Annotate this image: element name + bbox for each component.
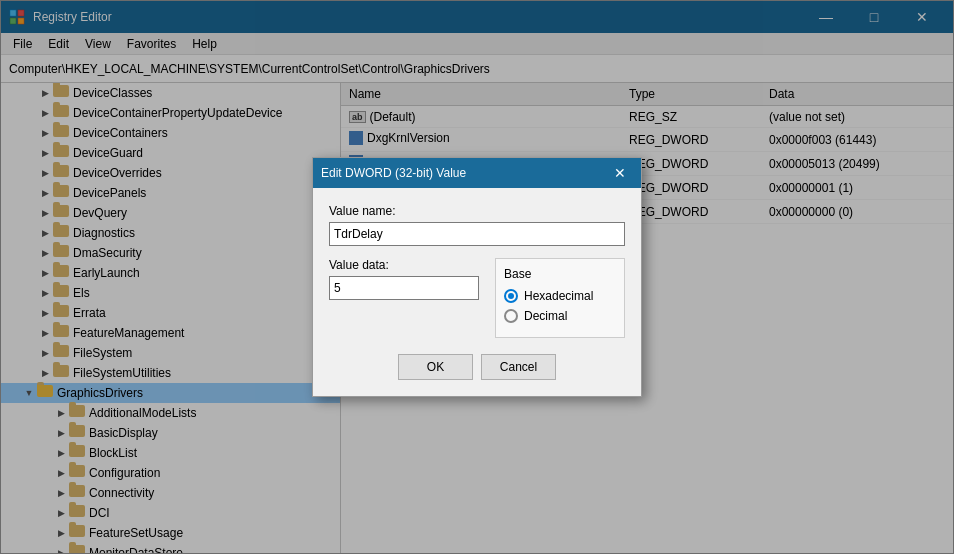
base-section: Base Hexadecimal Decimal bbox=[495, 258, 625, 338]
value-name-label: Value name: bbox=[329, 204, 625, 218]
dialog-row: Value data: Base Hexadecimal Decimal bbox=[329, 258, 625, 338]
value-data-label: Value data: bbox=[329, 258, 479, 272]
dialog-buttons: OK Cancel bbox=[329, 354, 625, 380]
ok-button[interactable]: OK bbox=[398, 354, 473, 380]
value-data-input[interactable] bbox=[329, 276, 479, 300]
value-data-section: Value data: bbox=[329, 258, 479, 338]
hexadecimal-label: Hexadecimal bbox=[524, 289, 593, 303]
hexadecimal-radio[interactable] bbox=[504, 289, 518, 303]
decimal-radio[interactable] bbox=[504, 309, 518, 323]
cancel-button[interactable]: Cancel bbox=[481, 354, 556, 380]
dialog-body: Value name: Value data: Base Hexadecimal… bbox=[313, 188, 641, 396]
decimal-label: Decimal bbox=[524, 309, 567, 323]
dialog-title: Edit DWORD (32-bit) Value bbox=[321, 166, 607, 180]
dialog-close-button[interactable]: ✕ bbox=[607, 160, 633, 186]
edit-dword-dialog: Edit DWORD (32-bit) Value ✕ Value name: … bbox=[312, 157, 642, 397]
hexadecimal-option[interactable]: Hexadecimal bbox=[504, 289, 616, 303]
decimal-option[interactable]: Decimal bbox=[504, 309, 616, 323]
base-title: Base bbox=[504, 267, 616, 281]
dialog-overlay: Edit DWORD (32-bit) Value ✕ Value name: … bbox=[0, 0, 954, 554]
value-name-input[interactable] bbox=[329, 222, 625, 246]
dialog-title-bar: Edit DWORD (32-bit) Value ✕ bbox=[313, 158, 641, 188]
